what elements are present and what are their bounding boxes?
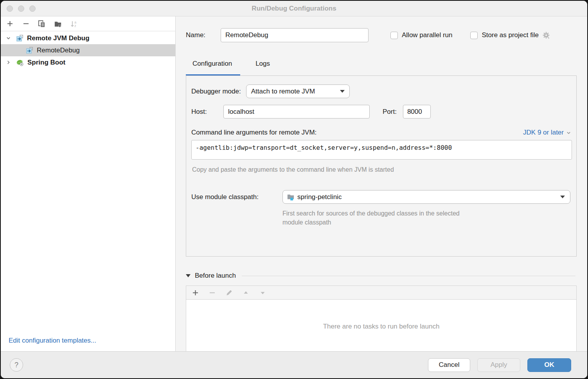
- cmdline-arguments-label: Command line arguments for remote JVM:: [191, 129, 316, 137]
- tree-item-remote-jvm-debug[interactable]: Remote JVM Debug: [1, 32, 175, 44]
- run-debug-configurations-dialog: Run/Debug Configurations: [1, 1, 587, 378]
- tree-item-label: Spring Boot: [27, 59, 65, 66]
- tree-item-label: RemoteDebug: [37, 47, 80, 54]
- new-folder-icon[interactable]: [54, 20, 62, 28]
- tree-item-remotedebug[interactable]: RemoteDebug: [1, 44, 175, 56]
- cmdline-hint: Copy and paste the arguments to the comm…: [192, 166, 571, 173]
- window-title: Run/Debug Configurations: [252, 5, 336, 13]
- use-module-classpath-label: Use module classpath:: [191, 193, 282, 201]
- edit-task-icon[interactable]: [225, 289, 233, 296]
- configuration-panel: Debugger mode: Attach to remote JVM Host…: [186, 75, 577, 257]
- dropdown-caret-icon: [560, 196, 565, 198]
- add-task-icon[interactable]: [191, 289, 199, 296]
- store-as-project-file-label: Store as project file: [482, 31, 539, 39]
- sidebar-toolbar: a z: [1, 16, 175, 31]
- configurations-tree: Remote JVM Debug RemoteDebug: [1, 31, 175, 68]
- sort-alpha-icon[interactable]: a z: [70, 20, 78, 28]
- add-configuration-icon[interactable]: [6, 20, 14, 28]
- debugger-mode-value: Attach to remote JVM: [251, 88, 315, 95]
- zoom-window-button[interactable]: [29, 5, 36, 12]
- tree-item-spring-boot[interactable]: Spring Boot: [1, 56, 175, 68]
- copy-configuration-icon[interactable]: [38, 20, 46, 28]
- module-classpath-value: spring-petclinic: [297, 193, 342, 201]
- name-input[interactable]: [221, 28, 369, 42]
- remove-configuration-icon[interactable]: [22, 20, 30, 28]
- svg-text:z: z: [74, 24, 76, 28]
- collapse-triangle-icon[interactable]: [186, 274, 191, 277]
- spring-boot-icon: [16, 59, 24, 66]
- tree-item-label: Remote JVM Debug: [27, 34, 90, 42]
- help-button[interactable]: ?: [10, 358, 23, 372]
- ok-button[interactable]: OK: [527, 358, 571, 372]
- title-bar: Run/Debug Configurations: [1, 1, 587, 16]
- tab-configuration[interactable]: Configuration: [186, 58, 240, 75]
- before-launch-tasks: There are no tasks to run before launch: [186, 286, 577, 353]
- port-label: Port:: [383, 108, 397, 116]
- classpath-hint-line2: module classpath: [282, 218, 571, 227]
- host-label: Host:: [191, 108, 223, 116]
- port-input[interactable]: [403, 105, 431, 119]
- allow-parallel-run-label: Allow parallel run: [402, 31, 452, 39]
- move-down-icon[interactable]: [259, 289, 266, 296]
- classpath-hint-line1: First search for sources of the debugged…: [282, 209, 571, 218]
- editor-tabs: Configuration Logs: [186, 58, 575, 75]
- before-launch-header[interactable]: Before launch: [186, 271, 575, 280]
- apply-button[interactable]: Apply: [477, 358, 520, 372]
- debugger-mode-select[interactable]: Attach to remote JVM: [246, 84, 350, 98]
- chevron-right-icon[interactable]: [5, 59, 12, 65]
- jdk-version-selector[interactable]: JDK 9 or later: [523, 129, 571, 137]
- configuration-editor: Name: Allow parallel run Store as projec…: [176, 16, 587, 351]
- module-icon: [287, 193, 295, 201]
- tab-logs[interactable]: Logs: [255, 58, 270, 75]
- jdk-version-value: JDK 9 or later: [523, 129, 564, 137]
- cmdline-arguments-field[interactable]: -agentlib:jdwp=transport=dt_socket,serve…: [191, 140, 572, 160]
- debugger-mode-label: Debugger mode:: [191, 88, 241, 95]
- dropdown-caret-icon: [340, 90, 345, 93]
- cancel-button[interactable]: Cancel: [428, 358, 470, 372]
- close-window-button[interactable]: [7, 5, 13, 12]
- name-label: Name:: [186, 31, 221, 39]
- move-up-icon[interactable]: [242, 289, 250, 296]
- traffic-lights: [7, 5, 36, 12]
- section-divider: [242, 276, 575, 276]
- before-launch-title: Before launch: [195, 272, 236, 280]
- edit-configuration-templates-link[interactable]: Edit configuration templates...: [9, 337, 175, 345]
- minimize-window-button[interactable]: [18, 5, 24, 12]
- allow-parallel-run-checkbox[interactable]: [390, 32, 398, 39]
- remove-task-icon[interactable]: [208, 289, 216, 296]
- module-classpath-select[interactable]: spring-petclinic: [282, 190, 570, 204]
- chevron-down-icon: [566, 130, 571, 135]
- before-launch-empty-state: There are no tasks to run before launch: [186, 300, 576, 353]
- dialog-footer: ? Cancel Apply OK: [1, 351, 587, 378]
- gear-icon[interactable]: [542, 31, 550, 39]
- host-input[interactable]: [223, 105, 370, 119]
- store-as-project-file-checkbox[interactable]: [470, 32, 478, 39]
- chevron-down-icon[interactable]: [5, 35, 12, 41]
- before-launch-toolbar: [186, 286, 576, 300]
- configurations-sidebar: a z Re: [1, 16, 176, 351]
- remote-debug-config-icon: [16, 34, 23, 42]
- classpath-hint: First search for sources of the debugged…: [282, 209, 571, 227]
- remote-debug-config-icon: [26, 47, 33, 54]
